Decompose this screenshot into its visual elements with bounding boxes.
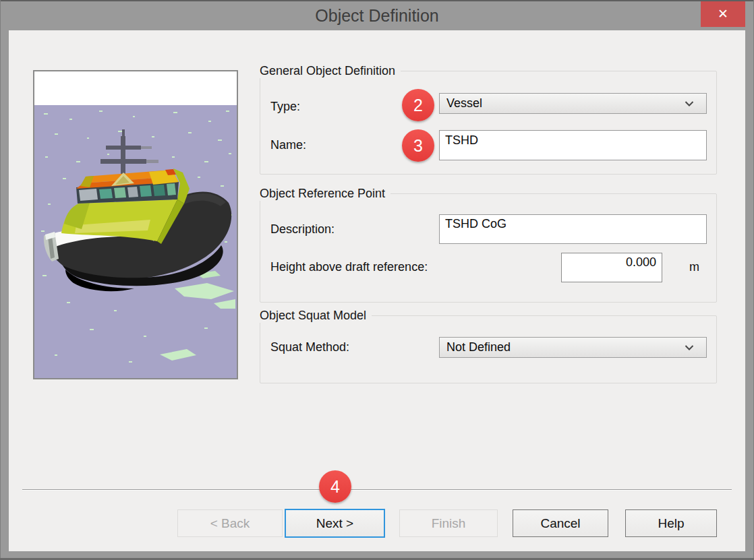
chevron-down-icon [685,101,694,106]
group-object-reference-point: Object Reference Point [260,193,717,303]
sky [34,71,237,105]
name-input[interactable] [439,130,707,160]
close-button[interactable]: ✕ [701,1,745,27]
footer-divider [22,489,732,491]
step-badge-4: 4 [319,470,351,503]
squat-method-label: Squat Method: [270,338,349,356]
type-label: Type: [270,98,300,115]
step-badge-2: 2 [402,89,434,121]
close-icon: ✕ [718,7,728,21]
description-input[interactable] [439,214,707,244]
description-label: Description: [270,220,335,238]
height-unit-label: m [689,258,699,276]
dialog-body: General Object Definition Type: Vessel N… [9,30,745,551]
height-label: Height above draft reference: [270,258,428,276]
step-badge-3: 3 [402,129,434,162]
back-button: < Back [177,509,283,537]
window-title: Object Definition [0,1,754,30]
next-button[interactable]: Next > [285,509,385,538]
titlebar[interactable]: Object Definition ✕ [0,1,754,30]
window-edge-left [0,0,1,560]
height-input[interactable] [561,253,662,282]
type-dropdown[interactable]: Vessel [439,93,707,114]
group-title-general: General Object Definition [260,64,401,78]
vessel-preview-panel [33,70,238,379]
group-title-reference: Object Reference Point [260,187,390,201]
name-label: Name: [270,136,306,154]
squat-method-dropdown[interactable]: Not Defined [439,337,707,358]
type-dropdown-value: Vessel [446,96,685,111]
chevron-down-icon [685,345,694,350]
help-button[interactable]: Help [625,509,717,537]
group-title-squat: Object Squat Model [260,309,372,323]
finish-button: Finish [399,509,498,537]
object-definition-window: Object Definition ✕ [0,0,754,560]
cancel-button[interactable]: Cancel [513,509,608,537]
vessel-preview-image [34,71,237,378]
squat-method-dropdown-value: Not Defined [446,340,685,354]
